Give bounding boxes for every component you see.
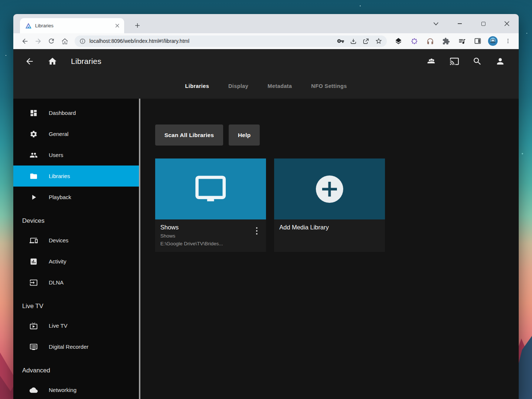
library-path: E:\Google Drive\TV\Brides... <box>160 240 261 248</box>
app-header: Libraries <box>13 49 519 74</box>
maximize-button[interactable] <box>480 20 487 27</box>
sidebar-section-devices: Devices <box>13 208 139 230</box>
share-icon[interactable] <box>362 38 369 45</box>
sidebar-item-label: Networking <box>49 387 76 393</box>
jellyfin-page: Libraries Libraries Display Metadata <box>13 49 519 399</box>
tab-display[interactable]: Display <box>228 80 249 92</box>
page-title: Libraries <box>71 57 101 66</box>
sidebar-item-dlna[interactable]: DLNA <box>13 272 139 293</box>
sidebar-item-label: DLNA <box>49 279 64 286</box>
back-arrow-icon[interactable] <box>21 52 38 70</box>
layers-extension-icon[interactable] <box>393 35 404 47</box>
tab-title: Libraries <box>35 23 110 28</box>
profile-avatar[interactable] <box>488 36 498 46</box>
tab-search-chevron-icon[interactable] <box>432 20 440 27</box>
add-card-title: Add Media Library <box>279 224 380 231</box>
sidebar-item-label: Activity <box>49 258 66 265</box>
sidebar-item-networking[interactable]: Networking <box>13 379 139 399</box>
flower-extension-icon[interactable] <box>409 35 420 47</box>
scan-all-libraries-button[interactable]: Scan All Libraries <box>155 125 223 146</box>
sidebar-item-dashboard[interactable]: Dashboard <box>13 102 139 123</box>
tab-nfo-settings[interactable]: NFO Settings <box>310 80 348 92</box>
sidebar-item-digital-recorder[interactable]: Digital Recorder <box>13 336 139 357</box>
library-card-footer: Shows Shows E:\Google Drive\TV\Brides... <box>155 219 266 252</box>
sidebar-item-live-tv[interactable]: Live TV <box>13 315 139 336</box>
bookmark-star-icon[interactable] <box>375 37 382 45</box>
main-content: Scan All Libraries Help <box>141 99 519 399</box>
minimize-button[interactable] <box>456 20 463 27</box>
sidebar-section-advanced: Advanced <box>13 357 139 379</box>
side-panel-icon[interactable] <box>472 35 483 47</box>
url-bar[interactable]: localhost:8096/web/index.html#!/library.… <box>75 35 387 47</box>
home-icon[interactable] <box>59 35 70 47</box>
sidebar-item-activity[interactable]: Activity <box>13 251 139 272</box>
cast-icon[interactable] <box>446 52 463 70</box>
add-card-footer: Add Media Library <box>274 219 385 252</box>
search-icon[interactable] <box>468 52 486 70</box>
sidebar-item-label: Live TV <box>49 323 68 329</box>
browser-tab[interactable]: Libraries <box>20 18 124 33</box>
sidebar-item-playback[interactable]: Playback <box>13 187 139 208</box>
library-card-image[interactable] <box>155 158 266 219</box>
library-title: Shows <box>160 224 261 231</box>
settings-tabs: Libraries Display Metadata NFO Settings <box>13 74 519 99</box>
install-app-icon[interactable] <box>350 38 357 45</box>
users-group-icon[interactable] <box>423 52 440 70</box>
reload-icon[interactable] <box>46 35 57 47</box>
url-text[interactable]: localhost:8096/web/index.html#!/library.… <box>89 38 333 44</box>
tab-metadata[interactable]: Metadata <box>267 80 293 92</box>
sidebar-item-users[interactable]: Users <box>13 144 139 166</box>
library-menu-kebab-icon[interactable] <box>253 225 261 236</box>
help-button[interactable]: Help <box>229 125 260 146</box>
add-card-image[interactable] <box>274 158 385 219</box>
playlist-extension-icon[interactable] <box>456 35 467 47</box>
sidebar: Dashboard General Users <box>13 99 139 399</box>
devices-icon <box>30 236 38 245</box>
new-tab-button[interactable] <box>132 20 143 31</box>
sidebar-item-label: Dashboard <box>49 110 76 116</box>
library-type: Shows <box>160 232 261 240</box>
plus-icon <box>316 175 343 203</box>
dashboard-icon <box>30 109 38 117</box>
browser-window: Libraries <box>13 14 519 399</box>
library-card-shows[interactable]: Shows Shows E:\Google Drive\TV\Brides... <box>155 158 266 252</box>
dvr-icon <box>30 343 38 351</box>
headphones-extension-icon[interactable] <box>424 35 436 47</box>
close-button[interactable] <box>503 20 511 27</box>
folder-icon <box>30 172 38 180</box>
page-body: Dashboard General Users <box>13 99 519 399</box>
password-key-icon[interactable] <box>337 37 344 45</box>
home-icon[interactable] <box>44 52 61 70</box>
browser-menu-kebab-icon[interactable] <box>502 35 514 47</box>
library-cards: Shows Shows E:\Google Drive\TV\Brides...… <box>155 158 519 252</box>
sidebar-item-general[interactable]: General <box>13 123 139 144</box>
cloud-icon <box>30 386 38 394</box>
browser-titlebar: Libraries <box>13 14 519 33</box>
header-actions <box>423 52 509 70</box>
window-controls <box>432 14 511 33</box>
sidebar-item-label: Libraries <box>49 173 70 179</box>
forward-icon[interactable] <box>33 35 44 47</box>
sidebar-item-label: General <box>49 131 68 137</box>
back-icon[interactable] <box>19 35 30 47</box>
tab-libraries[interactable]: Libraries <box>184 80 210 92</box>
sidebar-section-live-tv: Live TV <box>13 293 139 315</box>
sidebar-item-label: Playback <box>49 194 71 200</box>
sidebar-item-devices[interactable]: Devices <box>13 230 139 251</box>
actions-row: Scan All Libraries Help <box>155 125 519 146</box>
add-media-library-card[interactable]: Add Media Library <box>274 158 385 252</box>
omnibox-actions <box>337 37 382 45</box>
site-info-icon[interactable] <box>79 38 86 44</box>
sidebar-item-libraries[interactable]: Libraries <box>13 166 139 187</box>
monitor-icon <box>193 173 228 205</box>
tab-close-icon[interactable] <box>114 23 120 29</box>
jellyfin-favicon-icon <box>25 23 32 29</box>
sidebar-item-label: Digital Recorder <box>49 344 89 350</box>
extensions-puzzle-icon[interactable] <box>440 35 451 47</box>
gear-icon <box>30 130 38 138</box>
extension-icons <box>391 35 514 47</box>
user-profile-icon[interactable] <box>491 52 509 70</box>
activity-icon <box>30 258 38 266</box>
users-icon <box>30 151 38 159</box>
input-icon <box>30 279 38 287</box>
